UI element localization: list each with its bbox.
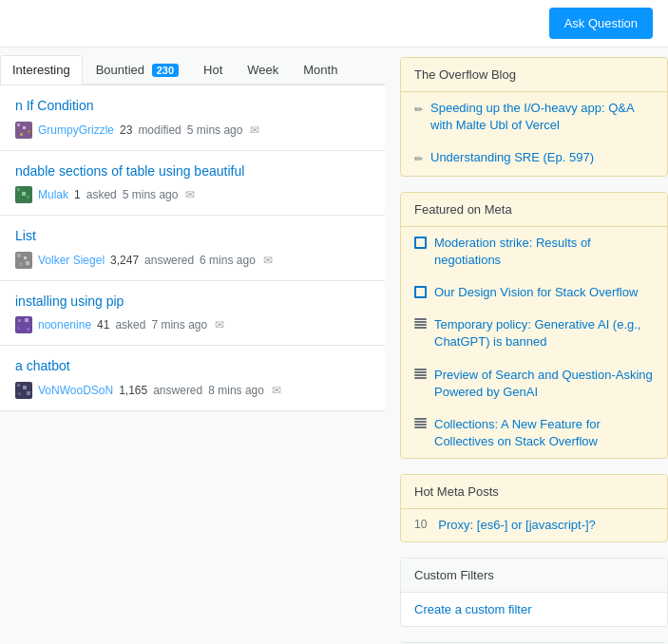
user-avatar [15, 316, 32, 333]
svg-rect-17 [17, 327, 20, 330]
action: answered [153, 384, 202, 397]
question-title[interactable]: n If Condition [15, 97, 370, 116]
custom-filters-header: Custom Filters [401, 559, 667, 593]
featured-meta-box: Featured on Meta Moderation strike: Resu… [400, 192, 668, 460]
svg-rect-14 [15, 316, 32, 333]
bountied-badge: 230 [152, 64, 179, 77]
question-title[interactable]: ndable sections of table using beautiful [15, 162, 370, 181]
featured-item-3: Temporary policy: Generative AI (e.g., C… [401, 309, 667, 358]
hot-meta-box: Hot Meta Posts 10 Proxy: [es6-] or [java… [400, 474, 668, 542]
question-title[interactable]: installing using pip [15, 293, 370, 312]
svg-rect-13 [26, 261, 29, 265]
tab-hot[interactable]: Hot [192, 56, 234, 84]
question-meta: VoNWooDSoN 1,165 answered 8 mins ago ✉ [15, 382, 370, 399]
ask-question-button[interactable]: Ask Question [549, 8, 653, 39]
main-content: Interesting Bountied 230 Hot Week Month [0, 47, 385, 644]
question-item: installing using pip noonenine 41 asked [0, 281, 385, 347]
sidebar: The Overflow Blog Speeding up the I/O-he… [385, 47, 668, 644]
question-title[interactable]: List [15, 227, 370, 246]
user-avatar [15, 382, 32, 399]
content-area: Interesting Bountied 230 Hot Week Month [0, 47, 668, 644]
time: 6 mins ago [200, 254, 256, 267]
svg-rect-20 [17, 384, 20, 387]
stack-icon [414, 418, 427, 430]
svg-rect-15 [18, 319, 21, 322]
user-rep: 3,247 [110, 254, 139, 267]
question-list: n If Condition GrumpyGrizzle 23 modified [0, 85, 385, 411]
featured-link-5[interactable]: Collections: A New Feature for Collectiv… [434, 416, 654, 450]
action: modified [138, 123, 181, 137]
tabs-bar: Interesting Bountied 230 Hot Week Month [0, 47, 385, 85]
featured-link-4[interactable]: Preview of Search and Question-Asking Po… [434, 367, 654, 401]
featured-item-2: Our Design Vision for Stack Overflow [401, 276, 667, 309]
svg-rect-3 [28, 130, 30, 133]
blog-item-1: Speeding up the I/O-heavy app: Q&A with … [401, 92, 667, 142]
action: asked [115, 318, 145, 331]
question-item: n If Condition GrumpyGrizzle 23 modified [0, 85, 385, 151]
blog-link-2[interactable]: Understanding SRE (Ep. 597) [430, 149, 594, 166]
svg-rect-1 [17, 123, 20, 126]
blog-link-1[interactable]: Speeding up the I/O-heavy app: Q&A with … [430, 100, 654, 134]
create-filter-link[interactable]: Create a custom filter [414, 602, 532, 616]
hot-meta-item-1: 10 Proxy: [es6-] or [javascript-]? [401, 509, 667, 541]
time: 5 mins ago [123, 188, 179, 201]
time: 8 mins ago [208, 384, 264, 397]
svg-rect-7 [22, 192, 26, 196]
svg-rect-2 [23, 126, 26, 129]
featured-link-3[interactable]: Temporary policy: Generative AI (e.g., C… [434, 316, 654, 350]
question-title[interactable]: a chatbot [15, 357, 370, 376]
featured-item-4: Preview of Search and Question-Asking Po… [401, 359, 667, 408]
stack-icon [414, 318, 427, 331]
blog-item-2: Understanding SRE (Ep. 597) [401, 142, 667, 175]
action: asked [86, 188, 117, 201]
hot-meta-number: 10 [414, 517, 427, 533]
action: answered [144, 254, 194, 267]
square-icon [414, 286, 427, 298]
user-name: noonenine [38, 318, 91, 331]
user-name: GrumpyGrizzle [38, 123, 114, 137]
question-item: ndable sections of table using beautiful… [0, 151, 385, 217]
overflow-blog-header: The Overflow Blog [401, 58, 667, 92]
svg-rect-4 [20, 133, 23, 136]
user-avatar [15, 186, 32, 203]
mail-icon: ✉ [272, 384, 281, 397]
svg-rect-10 [17, 254, 21, 257]
pencil-icon [414, 101, 423, 118]
question-meta: GrumpyGrizzle 23 modified 5 mins ago ✉ [15, 122, 370, 139]
overflow-blog-box: The Overflow Blog Speeding up the I/O-he… [400, 57, 668, 177]
tab-bountied[interactable]: Bountied 230 [85, 56, 190, 84]
featured-item-1: Moderation strike: Results of negotiatio… [401, 227, 667, 276]
page-wrapper: Ask Question Interesting Bountied 230 Ho… [0, 0, 668, 644]
user-name: VoNWooDSoN [38, 384, 113, 397]
mail-icon: ✉ [185, 188, 195, 201]
mail-icon: ✉ [250, 123, 259, 137]
svg-rect-12 [19, 262, 23, 266]
svg-rect-22 [18, 392, 21, 395]
stack-icon [414, 369, 427, 381]
time: 5 mins ago [187, 123, 243, 137]
svg-rect-18 [27, 328, 29, 331]
question-meta: Mulak 1 asked 5 mins ago ✉ [15, 186, 370, 203]
svg-rect-21 [23, 386, 27, 389]
question-item: List Volker Siegel 3,247 answered 6 mins [0, 216, 385, 281]
tab-interesting[interactable]: Interesting [0, 55, 83, 85]
hot-meta-header: Hot Meta Posts [401, 475, 667, 509]
user-rep: 41 [97, 318, 109, 331]
user-avatar [15, 252, 32, 269]
question-item: a chatbot VoNWooDSoN 1,165 answered 8 mi [0, 346, 385, 411]
tab-month[interactable]: Month [292, 56, 349, 84]
user-avatar [15, 122, 32, 139]
question-meta: noonenine 41 asked 7 mins ago ✉ [15, 316, 370, 333]
user-name: Mulak [38, 188, 68, 201]
svg-rect-11 [24, 256, 27, 259]
user-name: Volker Siegel [38, 254, 105, 267]
featured-link-2[interactable]: Our Design Vision for Stack Overflow [434, 284, 638, 301]
tab-week[interactable]: Week [236, 56, 290, 84]
hot-meta-link-1[interactable]: Proxy: [es6-] or [javascript-]? [438, 517, 595, 534]
mail-icon: ✉ [215, 318, 224, 331]
pencil-icon [414, 150, 423, 167]
svg-rect-23 [27, 391, 30, 395]
featured-item-5: Collections: A New Feature for Collectiv… [401, 408, 667, 458]
featured-link-1[interactable]: Moderation strike: Results of negotiatio… [434, 235, 654, 269]
question-meta: Volker Siegel 3,247 answered 6 mins ago … [15, 252, 370, 269]
